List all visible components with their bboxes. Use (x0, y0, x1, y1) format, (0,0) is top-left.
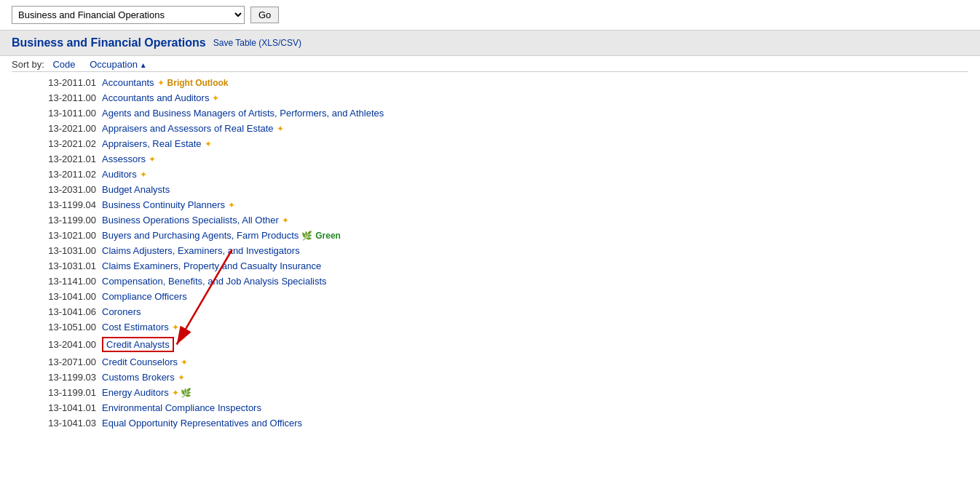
occupation-table: 13-2011.01Accountants✦Bright Outlook13-2… (12, 75, 968, 431)
green-leaf-icon: 🌿 (301, 231, 312, 241)
star-icon: ✦ (140, 170, 147, 180)
occupation-name-cell: Claims Examiners, Property and Casualty … (99, 258, 968, 274)
save-table-link[interactable]: Save Table (XLS/CSV) (213, 38, 301, 48)
table-row: 13-1041.01Environmental Compliance Inspe… (12, 400, 968, 415)
table-row: 13-1031.01Claims Examiners, Property and… (12, 258, 968, 274)
occupation-link[interactable]: Assessors (102, 154, 146, 164)
occupation-name-cell: Coroners (99, 304, 968, 319)
occupation-link[interactable]: Energy Auditors (102, 387, 169, 398)
green-leaf-icon: 🌿 (181, 388, 191, 398)
occupation-name-cell: Agents and Business Managers of Artists,… (99, 105, 968, 121)
occupation-link[interactable]: Accountants and Auditors (102, 92, 209, 103)
table-row: 13-2031.00Budget Analysts (12, 182, 968, 197)
table-row: 13-2041.00Credit Analysts (12, 335, 968, 354)
table-row: 13-1199.01Energy Auditors✦🌿 (12, 385, 968, 400)
star-icon: ✦ (282, 215, 289, 226)
occupation-name-cell: Accountants and Auditors✦ (99, 90, 968, 105)
occupation-code: 13-2011.00 (12, 90, 99, 105)
occupation-name-cell: Compensation, Benefits, and Job Analysis… (99, 274, 968, 289)
category-dropdown[interactable]: Business and Financial Operations (12, 6, 245, 24)
occupation-code: 13-1021.00 (12, 228, 99, 243)
occupation-link[interactable]: Cost Estimators (102, 322, 169, 332)
occupation-link[interactable]: Business Operations Specialists, All Oth… (102, 215, 279, 226)
occupation-name-cell: Appraisers and Assessors of Real Estate✦ (99, 121, 968, 136)
occupation-code: 13-1199.04 (12, 197, 99, 212)
table-row: 13-1041.00Compliance Officers (12, 289, 968, 304)
occupation-code: 13-1199.00 (12, 212, 99, 228)
occupation-link[interactable]: Coroners (102, 306, 141, 317)
sort-by-occupation[interactable]: Occupation (90, 59, 146, 70)
occupation-link[interactable]: Business Continuity Planners (102, 199, 225, 210)
occupation-name-cell: Business Continuity Planners✦ (99, 197, 968, 212)
occupation-code: 13-1041.01 (12, 400, 99, 415)
table-row: 13-1051.00Cost Estimators✦ (12, 319, 968, 335)
occupation-link[interactable]: Accountants (102, 77, 154, 88)
occupation-name-cell: Credit Analysts (99, 335, 968, 354)
sort-label: Sort by: (12, 59, 44, 70)
star-icon: ✦ (205, 139, 212, 149)
table-row: 13-1041.06Coroners (12, 304, 968, 319)
bright-outlook-star: ✦ (157, 78, 165, 88)
star-icon: ✦ (172, 322, 179, 332)
table-row: 13-1021.00Buyers and Purchasing Agents, … (12, 228, 968, 243)
occupation-link[interactable]: Compliance Officers (102, 291, 187, 302)
occupation-name-cell: Business Operations Specialists, All Oth… (99, 212, 968, 228)
occupation-code: 13-2011.02 (12, 167, 99, 182)
table-row: 13-2011.00Accountants and Auditors✦ (12, 90, 968, 105)
occupation-code: 13-1199.01 (12, 385, 99, 400)
table-row: 13-1199.00Business Operations Specialist… (12, 212, 968, 228)
occupation-code: 13-2041.00 (12, 335, 99, 354)
occupation-link[interactable]: Claims Adjusters, Examiners, and Investi… (102, 245, 300, 256)
star-icon: ✦ (149, 154, 156, 164)
occupation-name-cell: Customs Brokers✦ (99, 370, 968, 385)
section-title: Business and Financial Operations (12, 36, 206, 49)
occupation-list: 13-2011.01Accountants✦Bright Outlook13-2… (0, 75, 980, 431)
occupation-link[interactable]: Buyers and Purchasing Agents, Farm Produ… (102, 230, 299, 241)
table-row: 13-2011.01Accountants✦Bright Outlook (12, 75, 968, 90)
occupation-link[interactable]: Credit Counselors (102, 356, 178, 367)
star-icon: ✦ (212, 93, 219, 103)
top-bar: Business and Financial Operations Go (0, 0, 980, 30)
occupation-code: 13-1031.01 (12, 258, 99, 274)
star-icon: ✦ (181, 357, 188, 367)
section-header: Business and Financial Operations Save T… (0, 30, 980, 56)
occupation-name-cell: Accountants✦Bright Outlook (99, 75, 968, 90)
occupation-link[interactable]: Appraisers and Assessors of Real Estate (102, 123, 274, 134)
occupation-code: 13-2021.00 (12, 121, 99, 136)
go-button[interactable]: Go (250, 7, 279, 23)
occupation-code: 13-1041.00 (12, 289, 99, 304)
occupation-code: 13-2071.00 (12, 354, 99, 370)
occupation-link[interactable]: Budget Analysts (102, 184, 170, 195)
occupation-name-cell: Claims Adjusters, Examiners, and Investi… (99, 243, 968, 258)
occupation-link[interactable]: Agents and Business Managers of Artists,… (102, 108, 384, 119)
star-icon: ✦ (228, 200, 235, 210)
occupation-link[interactable]: Auditors (102, 169, 137, 180)
highlight-box: Credit Analysts (102, 337, 174, 352)
table-row: 13-1199.03Customs Brokers✦ (12, 370, 968, 385)
star-icon: ✦ (277, 124, 284, 134)
occupation-link[interactable]: Customs Brokers (102, 372, 175, 383)
occupation-link[interactable]: Credit Analysts (106, 339, 170, 350)
occupation-link[interactable]: Compensation, Benefits, and Job Analysis… (102, 276, 327, 287)
sort-by-code[interactable]: Code (52, 59, 75, 70)
occupation-name-cell: Credit Counselors✦ (99, 354, 968, 370)
occupation-link[interactable]: Appraisers, Real Estate (102, 138, 202, 149)
occupation-name-cell: Cost Estimators✦ (99, 319, 968, 335)
occupation-code: 13-1041.06 (12, 304, 99, 319)
table-row: 13-1031.00Claims Adjusters, Examiners, a… (12, 243, 968, 258)
table-row: 13-1141.00Compensation, Benefits, and Jo… (12, 274, 968, 289)
occupation-name-cell: Buyers and Purchasing Agents, Farm Produ… (99, 228, 968, 243)
occupation-link[interactable]: Environmental Compliance Inspectors (102, 402, 261, 413)
occupation-code: 13-1051.00 (12, 319, 99, 335)
occupation-name-cell: Appraisers, Real Estate✦ (99, 136, 968, 151)
occupation-link[interactable]: Claims Examiners, Property and Casualty … (102, 260, 321, 271)
table-row: 13-2071.00Credit Counselors✦ (12, 354, 968, 370)
occupation-name-cell: Equal Opportunity Representatives and Of… (99, 415, 968, 431)
star-icon: ✦ (178, 373, 185, 383)
occupation-name-cell: Budget Analysts (99, 182, 968, 197)
table-row: 13-2021.02Appraisers, Real Estate✦ (12, 136, 968, 151)
occupation-link[interactable]: Equal Opportunity Representatives and Of… (102, 418, 302, 429)
occupation-name-cell: Auditors✦ (99, 167, 968, 182)
occupation-code: 13-1141.00 (12, 274, 99, 289)
table-row: 13-1011.00Agents and Business Managers o… (12, 105, 968, 121)
